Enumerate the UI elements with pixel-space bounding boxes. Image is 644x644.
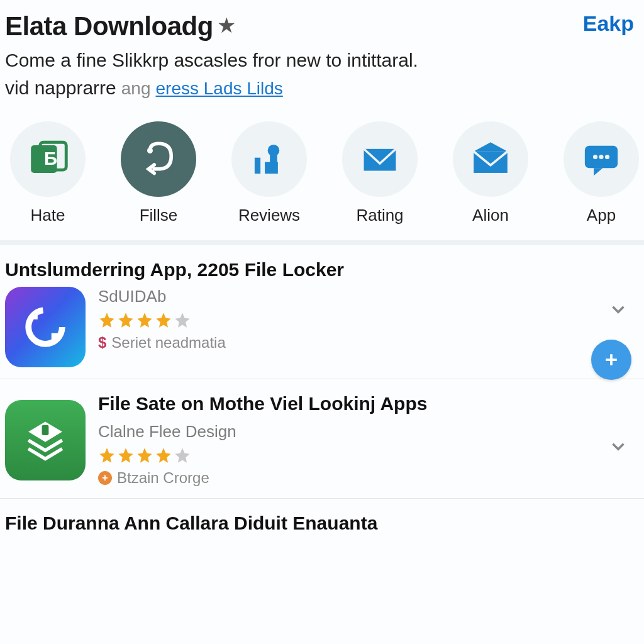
svg-text:Б: Б [44, 148, 57, 169]
category-alion[interactable]: Alion [448, 121, 533, 225]
subtitle-link[interactable]: eress Lads Lilds [155, 76, 282, 102]
svg-rect-5 [265, 162, 278, 174]
dollar-icon: $ [98, 334, 106, 352]
chevron-down-icon[interactable] [608, 299, 629, 323]
chevron-down-icon[interactable] [608, 436, 629, 460]
b-card-icon: Б [10, 121, 86, 197]
app-tag-text: Seriet neadmatia [111, 334, 225, 352]
app-developer: SdUIDAb [98, 287, 634, 306]
category-fillse[interactable]: Fillse [116, 121, 201, 225]
category-app[interactable]: App [558, 121, 644, 225]
app-developer: Clalne Flee Design [98, 422, 634, 441]
app-title: Untslumderring App, 2205 File Locker [5, 259, 634, 280]
add-button[interactable] [591, 340, 631, 380]
svg-rect-16 [31, 313, 38, 319]
app-icon [5, 400, 86, 480]
mail-flap-icon [453, 121, 528, 197]
plus-badge-icon: + [98, 471, 112, 485]
app-rating-stars [98, 311, 634, 329]
subtitle-block: Come a fine Slikkrp ascasles fror new to… [0, 47, 644, 116]
category-label: App [587, 206, 616, 225]
mail-icon [342, 121, 418, 197]
app-tag: $ Seriet neadmatia [98, 334, 634, 352]
svg-point-11 [593, 155, 597, 159]
svg-point-12 [599, 155, 603, 159]
category-label: Rating [356, 206, 403, 225]
svg-point-3 [147, 148, 153, 153]
app-icon [5, 287, 86, 367]
category-label: Alion [472, 206, 509, 225]
svg-rect-15 [52, 333, 59, 341]
star-icon: ★ [217, 13, 236, 38]
chat-icon [564, 121, 639, 197]
category-label: Fillse [140, 206, 178, 225]
hook-icon [121, 121, 196, 197]
header-action-link[interactable]: Eakp [583, 11, 634, 36]
app-tag-text: Btzain Crorge [117, 469, 209, 487]
svg-point-13 [605, 155, 609, 159]
subtitle-line2-plain: vid napprarre [5, 74, 116, 102]
app-list-item[interactable]: File Sate on Mothe Viel Lookinj Apps Cla… [0, 379, 644, 499]
chart-person-icon [231, 121, 307, 197]
subtitle-line2-muted: ang [121, 76, 151, 102]
app-title: File Sate on Mothe Viel Lookinj Apps [98, 393, 634, 414]
svg-rect-4 [255, 158, 260, 174]
category-label: Reviews [238, 206, 300, 225]
page-title: Elata Downloadg [5, 11, 213, 42]
app-tag: + Btzain Crorge [98, 469, 634, 487]
subtitle-line1: Come a fine Slikkrp ascasles fror new to… [5, 47, 639, 74]
app-title-partial: File Duranna Ann Callara Diduit Enauanta [0, 499, 644, 548]
svg-point-6 [268, 145, 280, 157]
app-rating-stars [98, 447, 634, 464]
svg-rect-7 [270, 155, 277, 164]
app-list-item[interactable]: Untslumderring App, 2205 File Locker SdU… [0, 245, 644, 379]
category-rating[interactable]: Rating [337, 121, 423, 225]
svg-rect-17 [42, 425, 49, 435]
category-reviews[interactable]: Reviews [226, 121, 312, 225]
category-hate[interactable]: Б Hate [5, 121, 91, 225]
category-row: Б Hate Fillse Reviews Rating Alion App [0, 116, 644, 245]
category-label: Hate [31, 206, 65, 225]
page-title-wrap: Elata Downloadg ★ [5, 11, 236, 42]
